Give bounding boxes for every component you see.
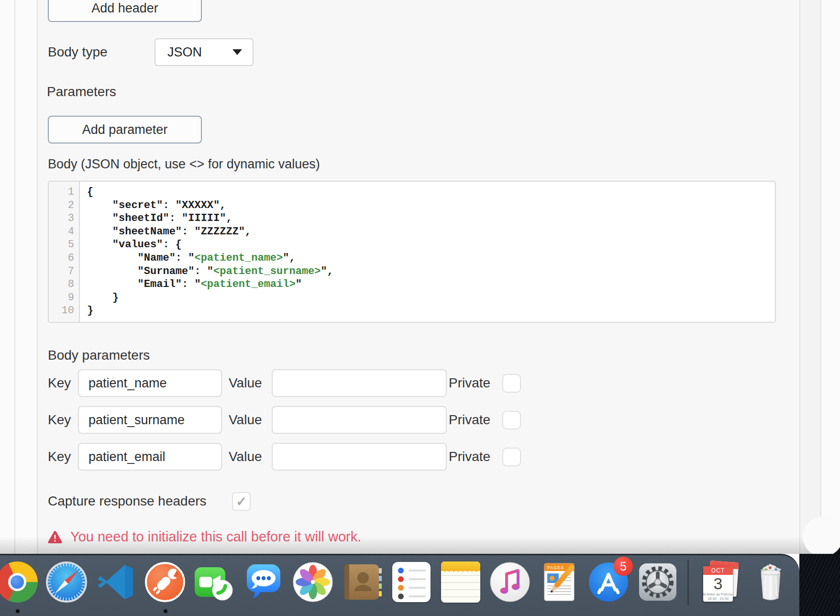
code-line: 5 "values": { — [49, 238, 775, 252]
body-editor-label: Body (JSON object, use <> for dynamic va… — [48, 157, 320, 172]
dock-vscode-icon[interactable] — [94, 561, 137, 604]
code-line: 2 "secret": "XXXXX", — [49, 199, 775, 212]
code-line: 8 "Email": "<patient_email>" — [49, 278, 775, 291]
dock-pages-icon[interactable]: PAGES — [538, 561, 581, 604]
json-body-editor[interactable]: 1{2 "secret": "XXXXX",3 "sheetId": "IIII… — [48, 181, 776, 323]
line-number: 9 — [49, 291, 80, 305]
calendar-event-title: B-Astre au Parcours d'a... — [703, 592, 733, 596]
window-corner — [803, 517, 840, 557]
panel-border-left-inner — [37, 0, 38, 554]
line-number: 8 — [49, 278, 80, 291]
add-header-button-label: Add header — [91, 1, 158, 16]
running-indicator — [164, 609, 167, 613]
svg-text:PAGES: PAGES — [547, 565, 564, 570]
dock-photos-icon[interactable] — [291, 561, 334, 604]
code-line: 3 "sheetId": "IIIII", — [49, 212, 775, 225]
chevron-down-icon — [232, 49, 242, 55]
running-indicator — [16, 609, 20, 613]
body-type-selected-value: JSON — [167, 45, 232, 60]
dock-system-preferences-icon[interactable] — [636, 561, 679, 604]
dock-calendar-event-stack-icon[interactable]: OCT 3 B-Astre au Parcours d'a... 18:30 -… — [700, 561, 743, 604]
line-number: 3 — [49, 212, 80, 225]
panel-right-gutter — [799, 0, 821, 554]
body-type-dropdown[interactable]: JSON — [155, 38, 254, 66]
dock-shadow — [0, 537, 840, 554]
line-number: 6 — [49, 252, 80, 265]
line-number: 5 — [49, 238, 80, 252]
value-label: Value — [229, 412, 262, 428]
dock-facetime-icon[interactable] — [193, 561, 236, 604]
private-checkbox[interactable] — [502, 411, 521, 429]
capture-response-headers-label: Capture response headers — [48, 494, 207, 509]
calendar-event-time: 18:30 - 19:30 — [703, 596, 733, 601]
dock-notes-icon[interactable] — [439, 561, 482, 604]
dock-safari-icon[interactable] — [45, 561, 88, 604]
add-parameter-button[interactable]: Add parameter — [48, 116, 202, 143]
calendar-month: OCT — [703, 566, 733, 575]
line-number: 4 — [49, 225, 80, 239]
code-line: 4 "sheetName": "ZZZZZZ", — [49, 225, 775, 239]
panel-border-left-outer — [14, 0, 15, 554]
key-input[interactable] — [78, 369, 222, 397]
capture-response-headers-checkbox[interactable]: ✓ — [232, 492, 251, 511]
private-label: Private — [449, 375, 490, 391]
private-checkbox[interactable] — [502, 374, 521, 393]
value-input[interactable] — [272, 443, 447, 471]
code-line: 10} — [49, 304, 775, 318]
parameters-label: Parameters — [47, 84, 116, 99]
code-lines: 1{2 "secret": "XXXXX",3 "sheetId": "IIII… — [49, 186, 775, 318]
line-number: 7 — [49, 265, 80, 278]
value-input[interactable] — [272, 369, 447, 397]
value-input[interactable] — [272, 406, 447, 434]
dock-separator — [687, 560, 689, 605]
dock-trash-icon[interactable] — [749, 561, 792, 604]
body-type-label: Body type — [48, 44, 108, 60]
private-checkbox[interactable] — [502, 448, 521, 466]
value-label: Value — [229, 375, 262, 391]
add-parameter-button-label: Add parameter — [82, 122, 168, 137]
dock-messages-icon[interactable] — [242, 561, 285, 604]
private-label: Private — [449, 449, 490, 464]
calendar-day: 3 — [703, 575, 733, 592]
code-line: 7 "Surname": "<patient_surname>", — [49, 265, 775, 278]
line-number: 1 — [49, 186, 80, 199]
code-line: 1{ — [49, 186, 775, 199]
dock-contacts-icon[interactable] — [341, 561, 384, 604]
private-label: Private — [449, 412, 490, 428]
dock-chrome-icon[interactable] — [0, 561, 39, 604]
value-label: Value — [229, 449, 262, 464]
dock-itunes-icon[interactable] — [488, 561, 531, 604]
body-parameter-row: Key Value Private — [0, 369, 574, 397]
key-input[interactable] — [78, 443, 222, 471]
key-input[interactable] — [78, 406, 222, 434]
body-parameters-label: Body parameters — [48, 348, 150, 363]
calendar-front-page: OCT 3 B-Astre au Parcours d'a... 18:30 -… — [703, 566, 733, 602]
dock-postman-icon[interactable] — [144, 561, 187, 604]
screen: Add header Body type JSON Parameters Add… — [0, 0, 840, 616]
line-number: 2 — [49, 199, 80, 212]
dock-reminders-icon[interactable] — [390, 561, 433, 604]
key-label: Key — [48, 375, 71, 391]
key-label: Key — [48, 412, 71, 428]
code-line: 9 } — [49, 291, 775, 305]
code-line: 6 "Name": "<patient_name>", — [49, 252, 775, 265]
desktop-wallpaper — [799, 554, 840, 616]
add-header-button[interactable]: Add header — [48, 0, 202, 22]
dock-app-store-icon[interactable]: 5 — [587, 561, 630, 604]
app-store-badge: 5 — [614, 557, 633, 576]
body-parameter-row: Key Value Private — [0, 406, 574, 434]
checkmark-icon: ✓ — [236, 494, 247, 509]
key-label: Key — [48, 449, 71, 464]
body-parameter-row: Key Value Private — [0, 443, 574, 471]
line-number: 10 — [49, 304, 80, 318]
